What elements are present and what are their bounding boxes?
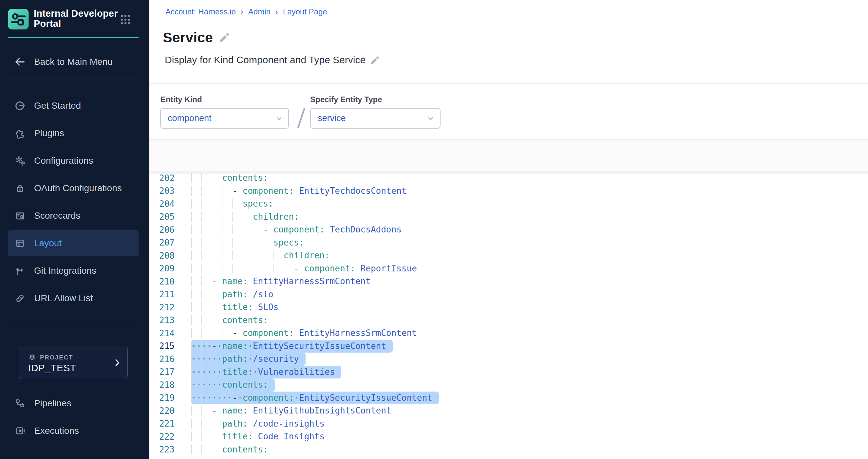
line-number[interactable]: 217	[149, 367, 175, 377]
code-line-text: ······title:·Vulnerabilities	[191, 366, 341, 379]
entity-type-label: Specify Entity Type	[310, 95, 382, 104]
sidebar-item-label: Configurations	[34, 156, 93, 166]
sidebar-item-plugins[interactable]: Plugins	[8, 120, 138, 146]
idp-logo-icon[interactable]	[8, 9, 29, 29]
editor-top-band	[149, 139, 868, 171]
sidebar-item-label: OAuth Configurations	[34, 183, 122, 194]
sidebar-item-label: Pipelines	[34, 398, 71, 408]
sidebar-accent-bar	[8, 37, 138, 38]
code-line-text: - name: EntityGithubInsightsContent	[191, 404, 392, 418]
code-line[interactable]: 219········-·component:·EntitySecurityIs…	[149, 392, 868, 405]
line-number[interactable]: 205	[149, 212, 175, 222]
header-divider	[149, 84, 868, 84]
code-line[interactable]: 210 - name: EntityHarnessSrmContent	[149, 275, 868, 288]
entity-type-select[interactable]: service	[310, 108, 440, 129]
sidebar-item-pipelines[interactable]: Pipelines	[8, 390, 138, 417]
code-line-text: title: Code Insights	[191, 430, 324, 443]
code-line[interactable]: 211 path: /slo	[149, 288, 868, 301]
line-number[interactable]: 223	[149, 445, 175, 454]
code-line-text: ······path:·/security	[191, 353, 306, 366]
code-line-text: - name: EntityHarnessSrmContent	[191, 275, 371, 288]
code-line[interactable]: 213 contents:	[149, 314, 868, 327]
line-number[interactable]: 206	[149, 225, 175, 235]
line-number[interactable]: 211	[149, 289, 175, 299]
code-line[interactable]: 221 path: /code-insights	[149, 418, 868, 430]
entity-kind-select[interactable]: component	[160, 108, 289, 129]
code-line-text: children:	[191, 249, 330, 262]
line-number[interactable]: 221	[149, 419, 175, 429]
breadcrumb: Account: Harness.io › Admin › Layout Pag…	[165, 7, 327, 17]
code-line[interactable]: 214 - component: EntityHarnessSrmContent	[149, 327, 868, 340]
line-number[interactable]: 215	[149, 341, 175, 351]
line-number[interactable]: 213	[149, 315, 175, 325]
code-line-text: ····-·name:·EntitySecurityIssueContent	[191, 340, 393, 353]
code-line-text: - component: ReportIssue	[191, 262, 417, 275]
code-line[interactable]: 223 contents:	[149, 443, 868, 456]
line-number[interactable]: 219	[149, 393, 175, 403]
project-eyebrow: PROJECT	[28, 353, 73, 362]
project-selector[interactable]: PROJECT IDP_TEST	[19, 346, 128, 379]
breadcrumb-layout-page[interactable]: Layout Page	[283, 7, 327, 17]
sidebar-menu: Get Started Plugins Configurations	[8, 93, 138, 313]
page-subtitle: Display for Kind Component and Type Serv…	[165, 54, 366, 65]
line-number[interactable]: 209	[149, 264, 175, 273]
line-number[interactable]: 222	[149, 432, 175, 441]
chevron-down-icon	[275, 114, 283, 123]
sidebar-item-scorecards[interactable]: Scorecards	[8, 203, 138, 229]
code-line[interactable]: 208 children:	[149, 249, 868, 262]
code-line[interactable]: 207 specs:	[149, 236, 868, 250]
code-line[interactable]: 215····-·name:·EntitySecurityIssueConten…	[149, 340, 868, 353]
line-number[interactable]: 220	[149, 406, 175, 416]
line-number[interactable]: 207	[149, 238, 175, 248]
sidebar-item-url-allow-list[interactable]: URL Allow List	[8, 285, 138, 312]
code-line[interactable]: 217······title:·Vulnerabilities	[149, 366, 868, 379]
sidebar-item-layout[interactable]: Layout	[8, 230, 138, 256]
edit-title-pencil-icon[interactable]	[218, 32, 230, 44]
sidebar-divider	[8, 325, 138, 325]
line-number[interactable]: 204	[149, 199, 175, 209]
line-number[interactable]: 208	[149, 251, 175, 261]
code-line[interactable]: 222 title: Code Insights	[149, 430, 868, 443]
back-to-main-menu[interactable]: Back to Main Menu	[8, 53, 138, 71]
line-number[interactable]: 212	[149, 302, 175, 312]
code-line-text: - component: EntityTechdocsContent	[191, 185, 406, 198]
code-line[interactable]: 218······contents:	[149, 379, 868, 392]
get-started-icon	[14, 100, 26, 111]
git-branch-icon	[14, 265, 26, 276]
code-line-text: children:	[191, 210, 299, 224]
breadcrumb-account[interactable]: Account: Harness.io	[165, 7, 236, 17]
edit-subtitle-pencil-icon[interactable]	[370, 56, 380, 66]
sidebar-item-git-integrations[interactable]: Git Integrations	[8, 258, 138, 284]
link-icon	[14, 293, 26, 304]
sidebar-item-get-started[interactable]: Get Started	[8, 93, 138, 119]
code-line-text: specs:	[191, 236, 304, 250]
line-number[interactable]: 218	[149, 380, 175, 390]
line-number[interactable]: 216	[149, 354, 175, 364]
code-line[interactable]: 209 - component: ReportIssue	[149, 262, 868, 275]
sidebar-item-label: Get Started	[34, 100, 81, 111]
line-number[interactable]: 214	[149, 328, 175, 338]
code-line[interactable]: 206 - component: TechDocsAddons	[149, 223, 868, 236]
back-to-main-menu-label: Back to Main Menu	[34, 57, 113, 67]
code-line[interactable]: 205 children:	[149, 210, 868, 224]
code-editor[interactable]: 202 contents:203 - component: EntityTech…	[149, 171, 868, 459]
editor-scroll-shadow	[149, 171, 868, 175]
sidebar-item-executions[interactable]: Executions	[8, 418, 138, 444]
line-number[interactable]: 210	[149, 276, 175, 287]
code-line[interactable]: 216······path:·/security	[149, 353, 868, 366]
code-line-text: path: /code-insights	[191, 418, 324, 430]
app-launcher-grid-icon[interactable]	[119, 13, 132, 26]
lock-icon	[14, 183, 26, 194]
chevron-down-icon	[427, 114, 435, 123]
code-line[interactable]: 204 specs:	[149, 197, 868, 210]
project-eyebrow-label: PROJECT	[40, 354, 73, 361]
breadcrumb-admin[interactable]: Admin	[248, 7, 271, 17]
code-line[interactable]: 203 - component: EntityTechdocsContent	[149, 185, 868, 198]
code-line[interactable]: 220 - name: EntityGithubInsightsContent	[149, 404, 868, 418]
code-line-text: ········-·component:·EntitySecurityIssue…	[191, 392, 439, 405]
line-number[interactable]: 203	[149, 186, 175, 196]
sidebar-item-configurations[interactable]: Configurations	[8, 147, 138, 174]
code-line[interactable]: 212 title: SLOs	[149, 301, 868, 314]
app-title: Internal Developer Portal	[34, 8, 127, 29]
sidebar-item-oauth-configurations[interactable]: OAuth Configurations	[8, 175, 138, 201]
